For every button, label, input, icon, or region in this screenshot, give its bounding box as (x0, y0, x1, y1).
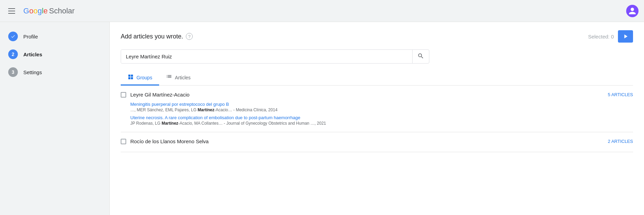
article-entry: Meningitis puerperal por estreptococo de… (121, 100, 633, 114)
arrow-right-icon (622, 33, 629, 40)
search-button[interactable] (412, 50, 429, 63)
article-meta-suffix: -Acacio… - Medicina Clínica, 2014 (214, 108, 277, 112)
next-button[interactable] (618, 30, 633, 43)
articles-icon (166, 74, 172, 81)
avatar[interactable] (626, 5, 639, 17)
logo-google-text: Google (23, 7, 48, 15)
logo: Google Scholar (23, 7, 75, 15)
tab-groups[interactable]: Groups (121, 70, 159, 86)
add-articles-title: Add articles you wrote. (121, 33, 183, 40)
group-name: Rocío de los Llanos Moreno Selva (130, 138, 208, 144)
groups-icon (128, 74, 134, 81)
article-meta: …, MER Sánchez, EML Pajares, LG Martínez… (130, 108, 633, 112)
sidebar-item-settings[interactable]: 3 Settings (0, 63, 109, 81)
search-bar (121, 49, 429, 64)
group-checkbox[interactable] (121, 139, 126, 144)
sidebar-item-profile[interactable]: Profile (0, 27, 109, 45)
step-circle-settings: 3 (8, 67, 18, 77)
tab-groups-label: Groups (136, 75, 152, 80)
tab-articles[interactable]: Articles (159, 70, 198, 86)
content-title: Add articles you wrote. ? (121, 33, 193, 40)
article-group: Rocío de los Llanos Moreno Selva 2 ARTIC… (121, 132, 633, 152)
group-header: Rocío de los Llanos Moreno Selva 2 ARTIC… (121, 137, 633, 147)
article-entry: Uterine necrosis. A rare complication of… (121, 114, 633, 127)
sidebar-item-articles[interactable]: 2 Articles (0, 45, 109, 63)
group-header-left: Rocío de los Llanos Moreno Selva (121, 138, 208, 144)
article-meta-bold: Martínez (162, 121, 178, 126)
person-icon (628, 7, 636, 15)
step-circle-articles: 2 (8, 49, 18, 59)
sidebar: Profile 2 Articles 3 Settings (0, 22, 110, 215)
group-name: Leyre Gil Martínez-Acacio (130, 92, 190, 98)
hamburger-menu[interactable] (5, 5, 18, 16)
article-meta: JP Rodenas, LG Martínez-Acacio, MA Colla… (130, 121, 633, 126)
tab-articles-label: Articles (175, 75, 191, 80)
sidebar-item-label-settings: Settings (23, 69, 42, 75)
header: Google Scholar (0, 0, 644, 22)
header-left: Google Scholar (5, 5, 75, 16)
article-title-link[interactable]: Meningitis puerperal por estreptococo de… (130, 102, 633, 107)
tabs: Groups Articles (121, 70, 633, 86)
selected-bar: Selected: 0 (588, 30, 633, 43)
main-layout: Profile 2 Articles 3 Settings Add articl… (0, 22, 644, 215)
selected-label: Selected: 0 (588, 34, 614, 39)
search-input[interactable] (121, 50, 412, 63)
article-meta-suffix: -Acacio, MA Collantes… - Journal of Gyne… (178, 121, 326, 126)
step-circle-profile (8, 32, 18, 41)
content-area: Add articles you wrote. ? Selected: 0 (110, 22, 644, 215)
article-groups-list: Leyre Gil Martínez-Acacio 5 ARTICLES Men… (121, 86, 633, 152)
logo-scholar-text: Scholar (49, 7, 75, 15)
sidebar-item-label-articles: Articles (23, 52, 42, 57)
article-meta-prefix: …, MER Sánchez, EML Pajares, LG (130, 108, 198, 112)
article-group: Leyre Gil Martínez-Acacio 5 ARTICLES Men… (121, 86, 633, 132)
content-topbar: Add articles you wrote. ? Selected: 0 (121, 30, 633, 43)
group-count[interactable]: 2 ARTICLES (608, 139, 633, 144)
group-count[interactable]: 5 ARTICLES (608, 92, 633, 97)
group-checkbox[interactable] (121, 92, 126, 98)
group-header: Leyre Gil Martínez-Acacio 5 ARTICLES (121, 90, 633, 100)
help-icon[interactable]: ? (186, 33, 193, 40)
sidebar-item-label-profile: Profile (23, 34, 38, 39)
article-meta-bold: Martínez (198, 108, 214, 112)
group-header-left: Leyre Gil Martínez-Acacio (121, 92, 190, 98)
article-title-link[interactable]: Uterine necrosis. A rare complication of… (130, 115, 633, 120)
article-meta-prefix: JP Rodenas, LG (130, 121, 162, 126)
search-icon (417, 53, 424, 59)
